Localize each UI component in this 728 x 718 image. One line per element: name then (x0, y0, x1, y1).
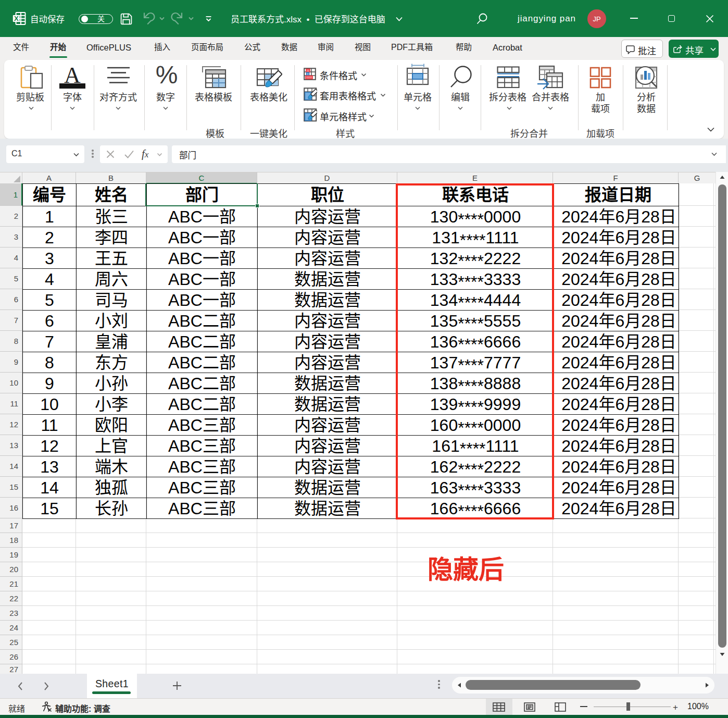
svg-text:X: X (14, 15, 19, 22)
